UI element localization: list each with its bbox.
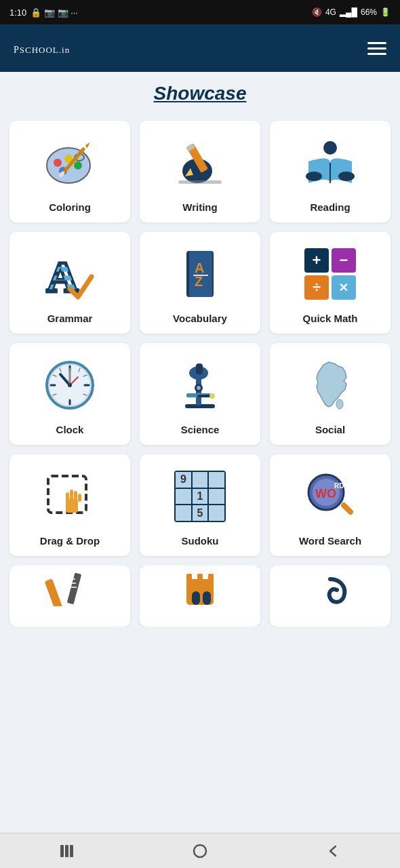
partial-item-3[interactable] [270, 566, 391, 627]
time: 1:10 [9, 7, 26, 18]
clock-label: Clock [56, 424, 84, 435]
plus-symbol: + [304, 248, 329, 273]
minus-symbol: − [332, 248, 356, 273]
svg-point-4 [74, 161, 82, 170]
back-button[interactable] [313, 837, 354, 865]
writing-label: Writing [182, 201, 217, 213]
sudoku-item[interactable]: 9 1 5 Sudoku [140, 454, 260, 556]
svg-text:Z: Z [195, 274, 203, 289]
svg-point-44 [68, 383, 72, 387]
sudoku-cell-6 [209, 489, 224, 505]
status-left: 1:10 🔒 📷 📷 ··· [9, 7, 78, 18]
vocabulary-label: Vocabulary [173, 313, 227, 324]
sudoku-cell-7 [176, 505, 191, 521]
reading-label: Reading [310, 201, 350, 213]
quickmath-item[interactable]: + − ÷ × Quick Math [270, 232, 391, 334]
svg-text:WO: WO [315, 487, 336, 500]
main-content: Showcase Colori [0, 72, 400, 833]
svg-rect-13 [178, 180, 222, 184]
dragdrop-icon [39, 466, 100, 527]
sudoku-icon: 9 1 5 [169, 466, 231, 527]
science-label: Science [181, 424, 220, 435]
svg-rect-67 [67, 572, 82, 604]
menu-line-3 [367, 53, 386, 55]
wordsearch-label: Word Search [299, 535, 361, 547]
logo[interactable]: PSCHOOL.in [14, 39, 70, 57]
notification-icons: 🔒 📷 📷 ··· [31, 7, 78, 18]
clock-icon [39, 355, 100, 416]
svg-point-54 [336, 399, 343, 409]
svg-point-51 [197, 386, 201, 390]
quickmath-icon: + − ÷ × [300, 243, 361, 304]
svg-rect-74 [208, 574, 214, 583]
recent-apps-button[interactable] [46, 837, 87, 865]
sudoku-cell-1: 9 [176, 472, 191, 488]
grammar-icon: A A [39, 243, 100, 304]
social-label: Social [315, 424, 345, 435]
clock-item[interactable]: Clock [9, 343, 130, 445]
svg-rect-73 [197, 574, 203, 583]
dragdrop-label: Drag & Drop [40, 535, 100, 547]
science-item[interactable]: Science [140, 343, 260, 445]
svg-rect-66 [45, 578, 62, 606]
svg-marker-8 [85, 142, 90, 149]
vocabulary-item[interactable]: A Z Vocabulary [140, 232, 260, 334]
dragdrop-item[interactable]: Drag & Drop [9, 454, 130, 556]
reading-icon [300, 132, 361, 193]
sudoku-cell-4 [176, 489, 191, 505]
home-button[interactable] [180, 837, 220, 865]
svg-rect-60 [78, 494, 81, 502]
svg-point-17 [338, 172, 355, 181]
svg-rect-78 [65, 845, 68, 857]
partial-row [7, 566, 393, 627]
reading-item[interactable]: Reading [270, 121, 391, 222]
svg-rect-80 [194, 845, 206, 857]
wordsearch-item[interactable]: WO RD Word Search [270, 454, 391, 556]
bottom-nav [0, 833, 400, 868]
battery-level: 66% [361, 7, 377, 17]
svg-rect-72 [186, 574, 192, 583]
showcase-title: Showcase [7, 83, 393, 104]
social-icon [300, 355, 361, 416]
menu-button[interactable] [367, 42, 386, 55]
menu-line-2 [367, 47, 386, 50]
svg-rect-75 [192, 591, 200, 605]
svg-point-2 [54, 159, 62, 167]
svg-point-53 [209, 393, 215, 399]
svg-rect-48 [196, 363, 203, 374]
times-symbol: × [332, 275, 356, 300]
partial-item-2[interactable] [140, 566, 260, 627]
svg-rect-58 [70, 490, 73, 501]
partial-item-1[interactable] [9, 566, 130, 627]
status-bar: 1:10 🔒 📷 📷 ··· 🔇 4G ▂▄█ 66% 🔋 [0, 0, 400, 24]
sudoku-grid-visual: 9 1 5 [174, 471, 226, 522]
divide-symbol: ÷ [304, 275, 329, 300]
social-item[interactable]: Social [270, 343, 391, 445]
signal-bars: ▂▄█ [340, 7, 357, 17]
sudoku-cell-9 [209, 505, 224, 521]
mute-icon: 🔇 [312, 7, 322, 17]
wordsearch-icon: WO RD [300, 466, 361, 527]
activity-grid: Coloring Writing [7, 121, 393, 556]
coloring-icon [39, 132, 100, 193]
logo-text: PSCHOOL.in [14, 45, 70, 55]
grammar-item[interactable]: A A Grammar [9, 232, 130, 334]
svg-rect-79 [70, 845, 73, 857]
svg-rect-57 [66, 492, 69, 502]
battery-icon: 🔋 [380, 7, 391, 17]
status-right: 🔇 4G ▂▄█ 66% 🔋 [312, 7, 391, 17]
svg-text:A: A [195, 260, 204, 275]
svg-rect-77 [60, 845, 64, 857]
menu-line-1 [367, 42, 386, 44]
vocabulary-icon: A Z [169, 243, 231, 304]
writing-icon [169, 132, 231, 193]
sudoku-cell-5: 1 [193, 489, 208, 505]
coloring-label: Coloring [49, 201, 91, 213]
coloring-item[interactable]: Coloring [9, 121, 130, 222]
writing-item[interactable]: Writing [140, 121, 260, 222]
sudoku-cell-8: 5 [193, 505, 208, 521]
svg-point-16 [306, 172, 322, 181]
quickmath-label: Quick Math [303, 313, 358, 324]
sudoku-cell-3 [209, 472, 224, 488]
grammar-label: Grammar [47, 313, 93, 324]
